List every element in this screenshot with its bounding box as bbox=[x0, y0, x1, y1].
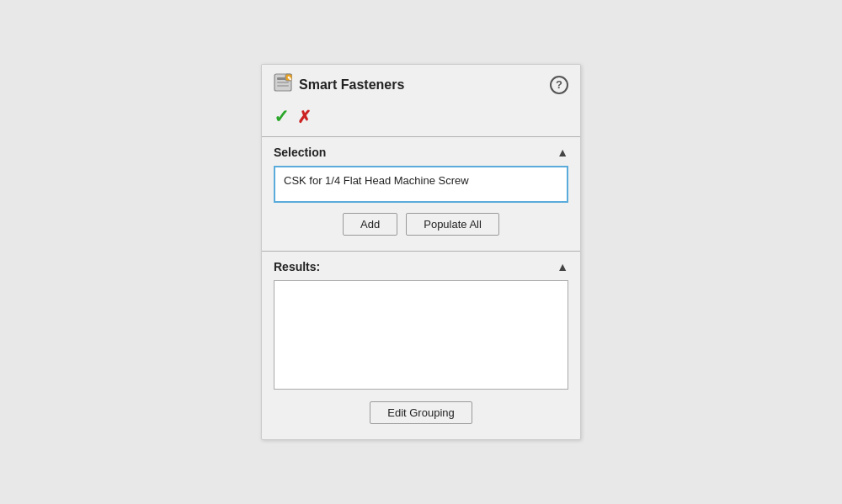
results-label: Results: bbox=[274, 260, 320, 273]
title-area: ✎ Smart Fasteners bbox=[274, 73, 404, 96]
selection-button-row: Add Populate All bbox=[274, 211, 568, 241]
svg-rect-2 bbox=[277, 82, 289, 83]
add-button[interactable]: Add bbox=[343, 213, 397, 236]
panel-title: Smart Fasteners bbox=[299, 77, 404, 93]
smart-fasteners-panel: ✎ Smart Fasteners ? ✓ ✗ Selection ▲ CSK … bbox=[261, 64, 581, 440]
toolbar: ✓ ✗ bbox=[262, 103, 580, 136]
svg-text:✎: ✎ bbox=[287, 76, 292, 82]
results-section-header: Results: ▲ bbox=[274, 260, 568, 273]
confirm-button[interactable]: ✓ bbox=[274, 106, 289, 128]
results-section: Results: ▲ Edit Grouping bbox=[262, 252, 580, 439]
results-box bbox=[274, 280, 568, 390]
selection-box[interactable]: CSK for 1/4 Flat Head Machine Screw bbox=[274, 166, 568, 203]
populate-all-button[interactable]: Populate All bbox=[406, 213, 499, 236]
selection-collapse-icon[interactable]: ▲ bbox=[557, 146, 568, 159]
title-icon: ✎ bbox=[274, 73, 292, 96]
selected-item-text: CSK for 1/4 Flat Head Machine Screw bbox=[284, 174, 469, 187]
selection-label: Selection bbox=[274, 146, 326, 159]
cancel-button[interactable]: ✗ bbox=[297, 107, 312, 127]
selection-section: Selection ▲ CSK for 1/4 Flat Head Machin… bbox=[262, 137, 580, 251]
selection-section-header: Selection ▲ bbox=[274, 146, 568, 159]
edit-grouping-button[interactable]: Edit Grouping bbox=[370, 401, 472, 424]
panel-header: ✎ Smart Fasteners ? bbox=[262, 65, 580, 103]
svg-rect-3 bbox=[277, 85, 289, 87]
results-collapse-icon[interactable]: ▲ bbox=[557, 260, 568, 273]
help-button[interactable]: ? bbox=[550, 76, 568, 94]
edit-grouping-row: Edit Grouping bbox=[274, 398, 568, 429]
